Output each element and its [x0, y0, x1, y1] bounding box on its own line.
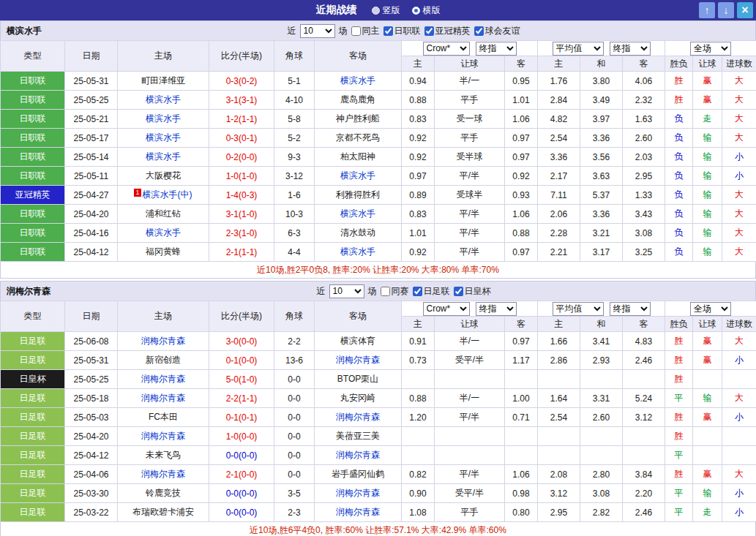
- home-team[interactable]: 润梅尔青森: [118, 427, 209, 446]
- home-team[interactable]: FC本田: [118, 408, 209, 427]
- away-team[interactable]: 横滨水手: [315, 243, 402, 262]
- final-odds-select-2[interactable]: 终指: [610, 42, 651, 56]
- away-team[interactable]: BTOP栗山: [315, 370, 402, 389]
- score[interactable]: 3-1(1-0): [209, 205, 274, 224]
- emperors-cup-checkbox[interactable]: [454, 287, 463, 296]
- scroll-up-button[interactable]: ↑: [699, 2, 715, 18]
- league-badge: 日职联: [1, 205, 65, 224]
- score[interactable]: 1-0(1-0): [209, 167, 274, 186]
- filter-acl[interactable]: 亚冠精英: [424, 25, 471, 37]
- away-team[interactable]: 润梅尔青森: [315, 408, 402, 427]
- final-odds-select[interactable]: 终指: [476, 302, 517, 316]
- home-team[interactable]: 横滨水手: [118, 129, 209, 148]
- home-team[interactable]: 新宿创造: [118, 351, 209, 370]
- score[interactable]: 2-3(1-0): [209, 224, 274, 243]
- score[interactable]: 0-0(0-0): [209, 503, 274, 522]
- score[interactable]: 5-0(1-0): [209, 370, 274, 389]
- away-team[interactable]: 岩手盛冈仙鹤: [315, 465, 402, 484]
- home-team[interactable]: 布瑞欧碧卡浦安: [118, 503, 209, 522]
- home-team[interactable]: 浦和红钻: [118, 205, 209, 224]
- odds-value: 4.06: [623, 72, 665, 91]
- filter-same-host[interactable]: 同主: [351, 25, 380, 37]
- league-badge: 日职联: [1, 91, 65, 110]
- away-team[interactable]: 横滨水手: [315, 205, 402, 224]
- scroll-down-button[interactable]: ↓: [718, 2, 734, 18]
- final-odds-select-2[interactable]: 终指: [610, 302, 651, 316]
- filter-jfl[interactable]: 日足联: [413, 285, 450, 298]
- home-team[interactable]: 润梅尔青森: [118, 389, 209, 408]
- away-team[interactable]: 美蓓亚三美: [315, 427, 402, 446]
- average-select[interactable]: 平均值: [553, 42, 604, 56]
- away-team[interactable]: 横滨水手: [315, 72, 402, 91]
- home-team[interactable]: 铃鹿竞技: [118, 484, 209, 503]
- away-team[interactable]: 润梅尔青森: [315, 484, 402, 503]
- filter-emperors-cup[interactable]: 日皇杯: [454, 285, 491, 298]
- home-team[interactable]: 润梅尔青森: [118, 370, 209, 389]
- friendly-checkbox[interactable]: [474, 26, 484, 36]
- score[interactable]: 0-1(0-0): [209, 351, 274, 370]
- home-team[interactable]: 未来飞鸟: [118, 446, 209, 465]
- home-team[interactable]: 润梅尔青森: [118, 465, 209, 484]
- final-odds-select[interactable]: 终指: [476, 42, 517, 56]
- score[interactable]: 2-1(1-1): [209, 243, 274, 262]
- radio-icon[interactable]: [412, 7, 420, 15]
- radio-vertical-layout[interactable]: 竖版: [372, 4, 400, 17]
- away-team[interactable]: 横滨体育: [315, 332, 402, 351]
- away-team[interactable]: 柏太阳神: [315, 148, 402, 167]
- away-team[interactable]: 横滨水手: [315, 167, 402, 186]
- odds-value: 1.76: [538, 72, 580, 91]
- window-controls: ↑ ↓ ×: [699, 2, 753, 18]
- full-match-select[interactable]: 全场: [690, 42, 731, 56]
- bookmaker-select[interactable]: Crow*: [423, 42, 470, 56]
- home-team[interactable]: 润梅尔青森: [118, 332, 209, 351]
- away-team[interactable]: 润梅尔青森: [315, 503, 402, 522]
- score[interactable]: 0-3(0-2): [209, 72, 274, 91]
- odds-value: 0.97: [505, 243, 538, 262]
- home-team[interactable]: 福冈黄蜂: [118, 243, 209, 262]
- score[interactable]: 0-3(0-1): [209, 129, 274, 148]
- home-team[interactable]: 横滨水手: [118, 110, 209, 129]
- away-team[interactable]: 利雅得胜利: [315, 186, 402, 205]
- score[interactable]: 0-1(0-1): [209, 408, 274, 427]
- home-team[interactable]: 横滨水手: [118, 224, 209, 243]
- score[interactable]: 1-2(1-1): [209, 110, 274, 129]
- away-team[interactable]: 京都不死鸟: [315, 129, 402, 148]
- filter-jleague[interactable]: 日职联: [383, 25, 421, 37]
- filter-same-competition[interactable]: 同赛: [381, 285, 409, 298]
- full-match-select[interactable]: 全场: [690, 302, 731, 316]
- jfl-checkbox[interactable]: [413, 287, 422, 296]
- same-host-checkbox[interactable]: [351, 26, 361, 36]
- radio-horizontal-layout[interactable]: 横版: [412, 4, 441, 17]
- away-team[interactable]: 神户胜利船: [315, 110, 402, 129]
- score[interactable]: 0-0(0-0): [209, 484, 274, 503]
- average-select[interactable]: 平均值: [553, 302, 604, 316]
- away-team[interactable]: 润梅尔青森: [315, 351, 402, 370]
- radio-icon[interactable]: [372, 7, 380, 15]
- score[interactable]: 3-1(3-1): [209, 91, 274, 110]
- home-team[interactable]: 横滨水手: [118, 148, 209, 167]
- jleague-checkbox[interactable]: [383, 26, 393, 36]
- away-team[interactable]: 鹿岛鹿角: [315, 91, 402, 110]
- filter-friendly[interactable]: 球会友谊: [474, 25, 520, 37]
- score[interactable]: 0-2(0-0): [209, 148, 274, 167]
- away-team[interactable]: 丸安冈崎: [315, 389, 402, 408]
- bookmaker-select[interactable]: Crow*: [423, 302, 470, 316]
- score[interactable]: 1-4(0-3): [209, 186, 274, 205]
- close-button[interactable]: ×: [737, 2, 753, 18]
- home-team[interactable]: 大阪樱花: [118, 167, 209, 186]
- away-team[interactable]: 润梅尔青森: [315, 446, 402, 465]
- acl-checkbox[interactable]: [424, 26, 434, 36]
- score[interactable]: 2-2(1-1): [209, 389, 274, 408]
- same-competition-checkbox[interactable]: [381, 287, 390, 296]
- games-count-select[interactable]: 10: [300, 24, 335, 38]
- odds-value: 2.82: [580, 503, 623, 522]
- away-team[interactable]: 清水鼓动: [315, 224, 402, 243]
- games-count-select[interactable]: 10: [329, 284, 364, 298]
- home-team[interactable]: 横滨水手: [118, 91, 209, 110]
- score[interactable]: 2-1(0-0): [209, 465, 274, 484]
- score[interactable]: 3-0(0-0): [209, 332, 274, 351]
- score[interactable]: 1-0(0-0): [209, 427, 274, 446]
- score[interactable]: 0-0(0-0): [209, 446, 274, 465]
- home-team[interactable]: 1横滨水手(中): [118, 186, 209, 205]
- home-team[interactable]: 町田泽维亚: [118, 72, 209, 91]
